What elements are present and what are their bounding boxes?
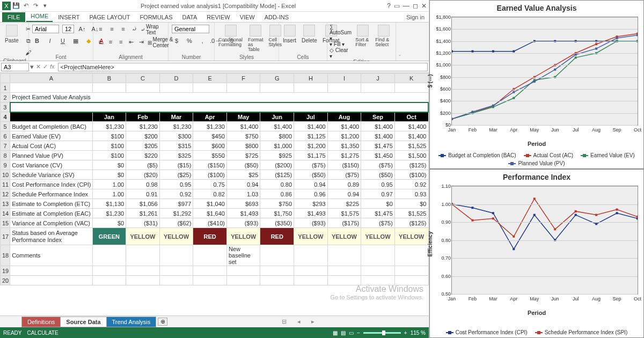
close-icon[interactable]: ✕ <box>421 2 427 10</box>
data-cell[interactable]: $1,450 <box>361 151 395 160</box>
data-cell[interactable]: $205 <box>126 141 160 151</box>
data-cell[interactable]: $977 <box>159 199 193 209</box>
data-cell[interactable]: 0.96 <box>294 189 328 199</box>
data-cell[interactable]: ($125) <box>394 160 428 170</box>
data-cell[interactable]: 0.94 <box>294 180 328 189</box>
data-cell[interactable]: $1,475 <box>361 209 395 218</box>
sign-in-link[interactable]: Sign in <box>402 12 429 22</box>
data-cell[interactable]: $1,400 <box>394 122 428 131</box>
data-cell[interactable]: $1,230 <box>92 209 126 218</box>
enter-formula-icon[interactable]: ✓ <box>43 63 48 70</box>
data-cell[interactable]: $1,640 <box>193 209 227 218</box>
data-cell[interactable]: $693 <box>226 199 260 209</box>
row-header-9[interactable]: 9 <box>1 160 10 170</box>
data-cell[interactable]: ($150) <box>327 160 361 170</box>
data-cell[interactable]: ($93) <box>226 218 260 228</box>
tab-home[interactable]: HOME <box>26 11 53 22</box>
data-cell[interactable]: $25 <box>226 170 260 180</box>
data-cell[interactable]: 0.95 <box>159 180 193 189</box>
zoom-in-icon[interactable]: + <box>404 330 407 336</box>
data-cell[interactable]: ($350) <box>260 218 294 228</box>
data-cell[interactable]: ($125) <box>394 218 428 228</box>
name-box[interactable] <box>1 63 29 71</box>
data-cell[interactable]: ($20) <box>126 170 160 180</box>
data-cell[interactable]: $0 <box>92 160 126 170</box>
worksheet-grid[interactable]: ABCDEFGHIJK12Project Earned Value Analys… <box>0 73 429 315</box>
data-cell[interactable]: ($93) <box>294 218 328 228</box>
view-normal-icon[interactable]: ▦ <box>333 330 338 336</box>
data-cell[interactable]: $315 <box>159 141 193 151</box>
data-cell[interactable]: $1,040 <box>193 199 227 209</box>
data-cell[interactable]: 0.82 <box>193 189 227 199</box>
tab-formulas[interactable]: FORMULAS <box>135 12 177 22</box>
data-cell[interactable]: $200 <box>126 131 160 141</box>
zoom-out-icon[interactable]: − <box>357 330 360 336</box>
data-cell[interactable]: ($50) <box>226 160 260 170</box>
data-cell[interactable]: $450 <box>193 131 227 141</box>
data-cell[interactable]: $750 <box>260 199 294 209</box>
comment-cell[interactable] <box>126 245 160 266</box>
data-cell[interactable]: $1,125 <box>294 131 328 141</box>
comment-cell[interactable]: New baseline set <box>226 245 260 266</box>
view-page-layout-icon[interactable]: ▤ <box>341 330 346 336</box>
tab-data[interactable]: DATA <box>178 12 202 22</box>
data-cell[interactable]: $100 <box>92 131 126 141</box>
find-select-button[interactable]: Find & Select <box>374 24 393 48</box>
data-cell[interactable]: $1,292 <box>159 209 193 218</box>
status-cell[interactable]: YELLOW <box>159 228 193 245</box>
data-cell[interactable]: $0 <box>361 199 395 209</box>
data-cell[interactable]: $100 <box>92 141 126 151</box>
increase-indent-icon[interactable]: ⇥ <box>137 36 146 47</box>
data-cell[interactable]: 0.75 <box>193 180 227 189</box>
data-cell[interactable]: $550 <box>193 151 227 160</box>
row-header-20[interactable]: 20 <box>1 276 10 285</box>
fill-color-button[interactable]: ◆ <box>83 35 94 46</box>
data-cell[interactable]: 0.86 <box>260 189 294 199</box>
select-all-corner[interactable] <box>1 74 10 83</box>
row-header-13[interactable]: 13 <box>1 199 10 209</box>
data-cell[interactable]: $1,575 <box>327 209 361 218</box>
data-cell[interactable]: ($31) <box>126 218 160 228</box>
data-cell[interactable]: 1.03 <box>226 189 260 199</box>
data-cell[interactable]: $1,200 <box>294 141 328 151</box>
data-cell[interactable]: 0.98 <box>126 180 160 189</box>
data-cell[interactable]: $1,525 <box>394 209 428 218</box>
align-bot-icon[interactable]: ≡ <box>118 24 128 34</box>
autosum-button[interactable]: ∑ AutoSum ▾ <box>330 24 352 41</box>
row-header-12[interactable]: 12 <box>1 189 10 199</box>
data-cell[interactable]: $1,275 <box>327 151 361 160</box>
data-cell[interactable]: $220 <box>126 151 160 160</box>
sheet-tab-definitions[interactable]: Definitions <box>21 317 61 327</box>
tab-addins[interactable]: ADD-INS <box>260 12 293 22</box>
col-header-E[interactable]: E <box>193 74 227 83</box>
status-cell[interactable]: YELLOW <box>361 228 395 245</box>
row-header-5[interactable]: 5 <box>1 122 10 131</box>
tab-review[interactable]: REVIEW <box>202 12 234 22</box>
align-right-icon[interactable]: ≡ <box>116 36 126 47</box>
data-cell[interactable]: $1,500 <box>394 151 428 160</box>
data-cell[interactable]: ($75) <box>361 218 395 228</box>
data-cell[interactable]: $750 <box>226 131 260 141</box>
fx-icon[interactable]: fx <box>50 63 55 70</box>
font-size-input[interactable] <box>62 25 74 33</box>
sheet-tab-trend-analysis[interactable]: Trend Analysis <box>106 317 157 327</box>
data-cell[interactable]: ($5) <box>126 160 160 170</box>
data-cell[interactable]: $1,750 <box>260 209 294 218</box>
col-header-D[interactable]: D <box>159 74 193 83</box>
help-icon[interactable]: ? <box>387 2 391 10</box>
accounting-icon[interactable]: $ <box>171 35 182 46</box>
data-cell[interactable]: $800 <box>260 131 294 141</box>
tab-view[interactable]: VIEW <box>236 12 259 22</box>
conditional-formatting-button[interactable]: Conditional Formatting <box>217 24 244 48</box>
comment-cell[interactable] <box>159 245 193 266</box>
data-cell[interactable]: ($175) <box>327 218 361 228</box>
row-header-19[interactable]: 19 <box>1 266 10 276</box>
status-cell[interactable]: RED <box>260 228 294 245</box>
comment-cell[interactable] <box>92 245 126 266</box>
number-format-select[interactable] <box>172 25 209 33</box>
row-header-17[interactable]: 17 <box>1 228 10 245</box>
data-cell[interactable]: ($75) <box>294 160 328 170</box>
data-cell[interactable]: $1,230 <box>193 122 227 131</box>
zoom-slider[interactable] <box>363 332 401 334</box>
data-cell[interactable]: ($15) <box>159 160 193 170</box>
